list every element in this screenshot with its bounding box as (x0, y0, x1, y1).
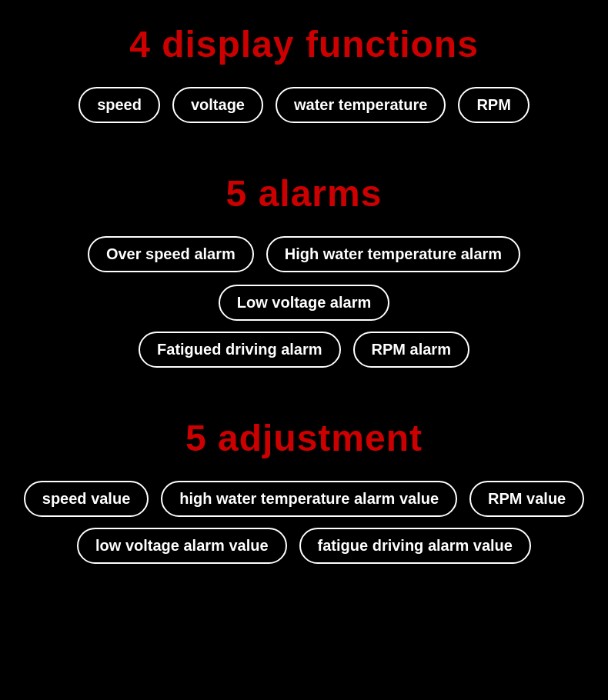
badges-row-adjustment-1: low voltage alarm valuefatigue driving a… (15, 528, 593, 564)
section-adjustment: 5 adjustmentspeed valuehigh water temper… (15, 417, 593, 575)
badge-alarms-1-0: Fatigued driving alarm (139, 332, 340, 368)
badge-adjustment-0-2: RPM value (469, 481, 584, 517)
section-alarms: 5 alarmsOver speed alarmHigh water tempe… (15, 172, 593, 378)
badge-display-functions-0-0: speed (79, 87, 160, 123)
main-container: 4 display functionsspeedvoltagewater tem… (0, 0, 608, 700)
badge-alarms-0-2: Low voltage alarm (219, 285, 390, 321)
badge-adjustment-0-1: high water temperature alarm value (161, 481, 457, 517)
badges-row-alarms-1: Fatigued driving alarmRPM alarm (15, 332, 593, 368)
badges-row-display-functions-0: speedvoltagewater temperatureRPM (15, 87, 593, 123)
badge-alarms-1-1: RPM alarm (353, 332, 469, 368)
badge-display-functions-0-3: RPM (458, 87, 529, 123)
section-display-functions: 4 display functionsspeedvoltagewater tem… (15, 23, 593, 134)
badge-adjustment-1-0: low voltage alarm value (77, 528, 287, 564)
badges-row-alarms-0: Over speed alarmHigh water temperature a… (15, 236, 593, 321)
section-title-adjustment: 5 adjustment (185, 417, 423, 459)
badge-display-functions-0-2: water temperature (276, 87, 446, 123)
badges-row-adjustment-0: speed valuehigh water temperature alarm … (15, 481, 593, 517)
badge-display-functions-0-1: voltage (172, 87, 263, 123)
badge-alarms-0-1: High water temperature alarm (266, 236, 520, 272)
section-title-display-functions: 4 display functions (129, 23, 479, 65)
section-title-alarms: 5 alarms (226, 172, 383, 215)
badge-adjustment-0-0: speed value (24, 481, 149, 517)
badge-adjustment-1-1: fatigue driving alarm value (299, 528, 531, 564)
badge-alarms-0-0: Over speed alarm (88, 236, 254, 272)
